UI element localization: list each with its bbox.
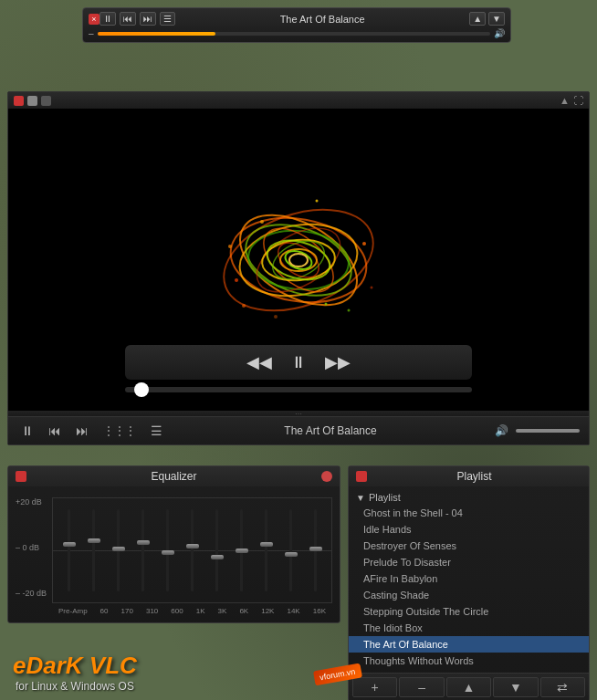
mini-volume-max-icon: 🔊 [494,28,505,38]
svg-point-19 [371,287,373,289]
playlist-item-active[interactable]: The Art Of Balance [349,636,589,653]
eq-12k-slider[interactable] [265,497,267,603]
eq-170hz-slider[interactable] [117,497,120,603]
mini-next-button[interactable]: ⏭ [140,12,156,26]
mini-expand-button[interactable]: ▲ [469,12,486,26]
svg-point-0 [210,191,387,329]
playlist-item[interactable]: AFire In Babylon [349,570,589,587]
eq-titlebar: Equalizer [8,466,340,486]
volume-slider[interactable] [516,429,580,433]
progress-track[interactable] [125,387,472,392]
eq-label-310: 310 [146,607,158,615]
svg-point-4 [236,212,361,309]
brand-prefix: e [13,652,26,679]
arrow-up-icon[interactable]: ▲ [560,95,570,106]
now-playing-title: The Art Of Balance [173,424,487,437]
pause-button[interactable]: ⏸ [17,422,37,440]
mini-pause-button[interactable]: ⏸ [100,12,116,26]
playlist-item[interactable]: Casting Shade [349,587,589,603]
eq-label-600: 600 [171,607,183,615]
playlist-remove-button[interactable]: – [399,677,444,697]
eq-600hz-slider[interactable] [166,497,169,603]
mini-playlist-button[interactable]: ☰ [160,12,175,26]
eq-db-labels: +20 dB – 0 dB – -20 dB [16,497,48,598]
svg-point-3 [234,215,362,304]
video-area: ◀◀ ⏸ ▶▶ [8,110,589,411]
mini-volume-bar[interactable] [98,32,490,36]
playlist-title: Playlist [367,470,581,483]
mini-title: The Art Of Balance [181,14,464,25]
playlist-item[interactable]: Destroyer Of Senses [349,538,589,554]
eq-db-high: +20 dB [16,497,48,507]
eq-60hz-slider[interactable] [92,497,95,603]
close-button[interactable] [14,96,24,106]
mini-close-button[interactable]: × [89,14,100,25]
eq-freq-labels: Pre-Amp 60 170 310 600 1K 3K 6K 12K 14K … [16,607,332,615]
video-controls: ◀◀ ⏸ ▶▶ [125,345,472,392]
eq-db-mid: – 0 dB [16,543,48,552]
playlist-shuffle-button[interactable]: ⇄ [540,677,585,697]
eq-label-170: 170 [121,607,133,615]
mini-player: × ⏸ ⏮ ⏭ ☰ The Art Of Balance ▲ ▼ – 🔊 [82,7,511,43]
eq-16k-slider[interactable] [314,497,317,603]
playlist-item[interactable]: Prelude To Disaster [349,554,589,570]
eq-label-14k: 14K [287,607,299,615]
svg-point-15 [362,242,366,246]
svg-point-16 [235,278,238,282]
eq-button[interactable]: ⋮⋮⋮ [100,423,140,439]
svg-point-20 [228,245,232,248]
svg-point-14 [289,254,308,266]
playlist-item[interactable]: Ghost in the Shell - 04 [349,505,589,521]
playlist-down-button[interactable]: ▼ [493,677,538,697]
eq-body: +20 dB – 0 dB – -20 dB [8,486,340,622]
eq-3k-slider[interactable] [215,497,218,603]
playlist-up-button[interactable]: ▲ [446,677,491,697]
playlist-titlebar: Playlist [349,466,589,486]
video-prev-button[interactable]: ◀◀ [246,352,272,372]
brand-subtitle: for Linux & Windows OS [13,680,137,693]
playlist-item[interactable]: Idle Hands [349,521,589,538]
brand-highlight: DarK [26,652,82,679]
brand-suffix: VLC [83,652,137,679]
eq-label-3k: 3K [218,607,227,615]
maximize-button[interactable] [41,96,51,106]
equalizer-window: Equalizer +20 dB – 0 dB – -20 dB [7,465,340,623]
playlist-header-label: Playlist [369,492,401,503]
eq-1k-slider[interactable] [191,497,194,603]
playlist-footer: + – ▲ ▼ ⇄ [349,673,589,700]
eq-indicator [321,471,332,482]
fullscreen-icon[interactable]: ⛶ [573,95,583,106]
eq-310hz-slider[interactable] [141,497,144,603]
eq-14k-slider[interactable] [289,497,292,603]
eq-6k-slider[interactable] [240,497,243,603]
playlist-window: Playlist ▼ Playlist Ghost in the Shell -… [348,465,590,700]
svg-point-8 [260,237,337,284]
mini-volume-icon: – [89,28,94,38]
eq-label-16k: 16K [313,607,326,615]
eq-label-1k: 1K [196,607,205,615]
playlist-item[interactable]: Thoughts Without Words [349,653,589,669]
eq-label-60: 60 [100,607,109,615]
main-window: ▲ ⛶ [7,91,590,445]
playlist-item[interactable]: The Idiot Box [349,620,589,636]
mini-collapse-button[interactable]: ▼ [488,12,505,26]
playlist-add-button[interactable]: + [352,677,397,697]
visualizer [207,169,390,351]
svg-point-18 [260,220,264,224]
video-pause-button[interactable]: ⏸ [290,353,307,372]
svg-point-21 [348,309,351,312]
playlist-item[interactable]: Stepping Outside The Circle [349,603,589,620]
next-button[interactable]: ⏭ [72,422,92,440]
mini-prev-button[interactable]: ⏮ [120,12,136,26]
eq-preamp-slider[interactable] [68,497,70,603]
playlist-arrow-icon: ▼ [356,493,365,503]
video-next-button[interactable]: ▶▶ [325,352,351,372]
progress-thumb[interactable] [134,382,149,397]
eq-label-12k: 12K [261,607,274,615]
playlist-button[interactable]: ☰ [147,422,166,440]
svg-point-17 [325,303,328,306]
eq-close-button[interactable] [16,471,26,482]
prev-button[interactable]: ⏮ [45,422,65,440]
minimize-button[interactable] [27,96,37,106]
playlist-close-button[interactable] [356,471,367,482]
